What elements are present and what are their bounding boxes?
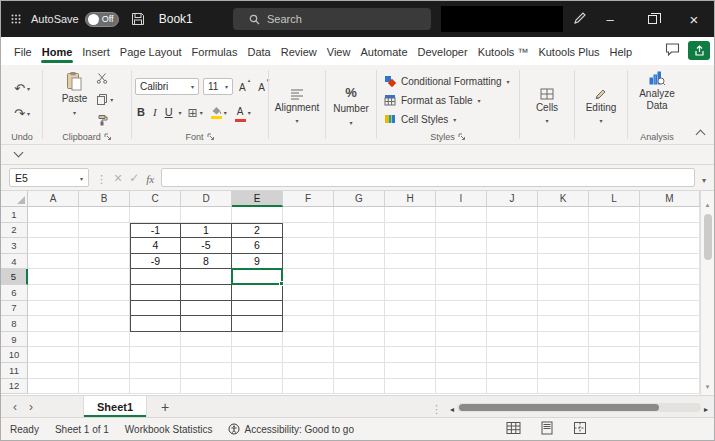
cell-J3[interactable]	[487, 238, 538, 254]
cell-F2[interactable]	[283, 223, 334, 239]
cell-L5[interactable]	[589, 269, 640, 285]
column-header-G[interactable]: G	[334, 191, 385, 207]
column-header-A[interactable]: A	[28, 191, 79, 207]
cell-D7[interactable]	[181, 301, 232, 317]
cell-B11[interactable]	[79, 363, 130, 379]
tab-file[interactable]: File	[9, 39, 37, 64]
name-box[interactable]: E5	[9, 168, 89, 187]
cell-K4[interactable]	[538, 254, 589, 270]
cell-C4[interactable]: -9	[130, 254, 181, 270]
cell-B10[interactable]	[79, 347, 130, 363]
column-header-C[interactable]: C	[130, 191, 181, 207]
cell-D6[interactable]	[181, 285, 232, 301]
cell-D8[interactable]	[181, 316, 232, 332]
cell-F5[interactable]	[283, 269, 334, 285]
cell-L10[interactable]	[589, 347, 640, 363]
cell-C2[interactable]: -1	[130, 223, 181, 239]
tab-kutools-plus[interactable]: Kutools Plus	[533, 39, 604, 64]
fill-handle[interactable]	[279, 281, 284, 286]
row-header-4[interactable]: 4	[1, 254, 28, 270]
cell-C1[interactable]	[130, 207, 181, 223]
tab-help[interactable]: Help	[605, 39, 638, 64]
cell-H5[interactable]	[385, 269, 436, 285]
accessibility-status[interactable]: Accessibility: Good to go	[228, 423, 354, 435]
cell-H8[interactable]	[385, 316, 436, 332]
row-header-9[interactable]: 9	[1, 332, 28, 348]
next-sheet-button[interactable]	[23, 401, 39, 413]
cell-J7[interactable]	[487, 301, 538, 317]
row-header-10[interactable]: 10	[1, 347, 28, 363]
confirm-entry-button[interactable]	[129, 172, 139, 184]
cell-M11[interactable]	[640, 363, 700, 379]
cell-B7[interactable]	[79, 301, 130, 317]
cell-A8[interactable]	[28, 316, 79, 332]
column-header-D[interactable]: D	[181, 191, 232, 207]
cell-M3[interactable]	[640, 238, 700, 254]
select-all-corner[interactable]	[1, 191, 28, 207]
tab-home[interactable]: Home	[37, 39, 78, 64]
cell-A3[interactable]	[28, 238, 79, 254]
normal-view-icon[interactable]	[506, 421, 521, 435]
cell-E11[interactable]	[232, 363, 283, 379]
cell-C6[interactable]	[130, 285, 181, 301]
cell-L12[interactable]	[589, 379, 640, 395]
cell-C5[interactable]	[130, 269, 181, 285]
tab-automate[interactable]: Automate	[355, 39, 412, 64]
cell-L11[interactable]	[589, 363, 640, 379]
cell-M7[interactable]	[640, 301, 700, 317]
column-header-L[interactable]: L	[589, 191, 640, 207]
clipboard-dialog-launcher[interactable]	[104, 133, 112, 141]
cell-F1[interactable]	[283, 207, 334, 223]
insert-function-button[interactable]	[146, 169, 154, 187]
column-header-K[interactable]: K	[538, 191, 589, 207]
increase-font-size-button[interactable]	[237, 76, 252, 96]
cell-I9[interactable]	[436, 332, 487, 348]
cell-A6[interactable]	[28, 285, 79, 301]
editing-button[interactable]: Editing	[583, 85, 620, 128]
cell-I1[interactable]	[436, 207, 487, 223]
cell-A12[interactable]	[28, 379, 79, 395]
cell-G9[interactable]	[334, 332, 385, 348]
cell-A1[interactable]	[28, 207, 79, 223]
cell-C8[interactable]	[130, 316, 181, 332]
cell-I3[interactable]	[436, 238, 487, 254]
cell-A10[interactable]	[28, 347, 79, 363]
row-header-5[interactable]: 5	[1, 269, 28, 285]
cell-J2[interactable]	[487, 223, 538, 239]
cell-J8[interactable]	[487, 316, 538, 332]
page-layout-view-icon[interactable]	[540, 421, 554, 435]
tab-page-layout[interactable]: Page Layout	[115, 39, 187, 64]
cell-H1[interactable]	[385, 207, 436, 223]
cell-M9[interactable]	[640, 332, 700, 348]
cell-J11[interactable]	[487, 363, 538, 379]
format-as-table-button[interactable]: Format as Table	[380, 91, 516, 109]
copy-button[interactable]	[94, 89, 115, 109]
horizontal-scrollbar[interactable]	[450, 401, 708, 413]
cell-J10[interactable]	[487, 347, 538, 363]
cell-G8[interactable]	[334, 316, 385, 332]
font-dialog-launcher[interactable]	[207, 133, 215, 141]
cell-E6[interactable]	[232, 285, 283, 301]
cell-C9[interactable]	[130, 332, 181, 348]
tab-review[interactable]: Review	[276, 39, 322, 64]
tab-developer[interactable]: Developer	[413, 39, 473, 64]
cell-G2[interactable]	[334, 223, 385, 239]
search-input[interactable]: Search	[233, 8, 431, 30]
cell-M1[interactable]	[640, 207, 700, 223]
cell-M2[interactable]	[640, 223, 700, 239]
cell-G11[interactable]	[334, 363, 385, 379]
cell-K6[interactable]	[538, 285, 589, 301]
cell-B2[interactable]	[79, 223, 130, 239]
cell-L7[interactable]	[589, 301, 640, 317]
cell-B5[interactable]	[79, 269, 130, 285]
row-header-12[interactable]: 12	[1, 379, 28, 395]
share-button[interactable]	[688, 41, 710, 60]
column-header-F[interactable]: F	[283, 191, 334, 207]
cell-F10[interactable]	[283, 347, 334, 363]
alignment-button[interactable]: Alignment	[272, 85, 322, 128]
row-header-7[interactable]: 7	[1, 301, 28, 317]
cell-E9[interactable]	[232, 332, 283, 348]
page-break-view-icon[interactable]	[573, 421, 587, 435]
formula-input[interactable]	[161, 168, 695, 187]
cell-G4[interactable]	[334, 254, 385, 270]
